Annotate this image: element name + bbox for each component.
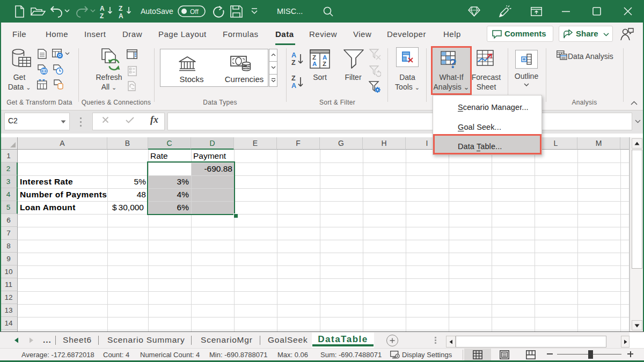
svg-text:Z: Z <box>291 75 296 82</box>
svg-text:Z: Z <box>312 54 316 61</box>
svg-text:Z: Z <box>100 12 104 19</box>
svg-text:A: A <box>100 5 105 12</box>
svg-text:A: A <box>312 61 317 67</box>
svg-text:Z: Z <box>119 5 122 12</box>
svg-text:A: A <box>323 54 327 61</box>
svg-text:A: A <box>291 82 296 90</box>
svg-text:Z: Z <box>323 61 326 67</box>
svg-text:A: A <box>119 12 123 19</box>
svg-text:Z: Z <box>291 59 296 67</box>
svg-text:Off: Off <box>190 8 199 16</box>
svg-text:A: A <box>291 51 296 59</box>
